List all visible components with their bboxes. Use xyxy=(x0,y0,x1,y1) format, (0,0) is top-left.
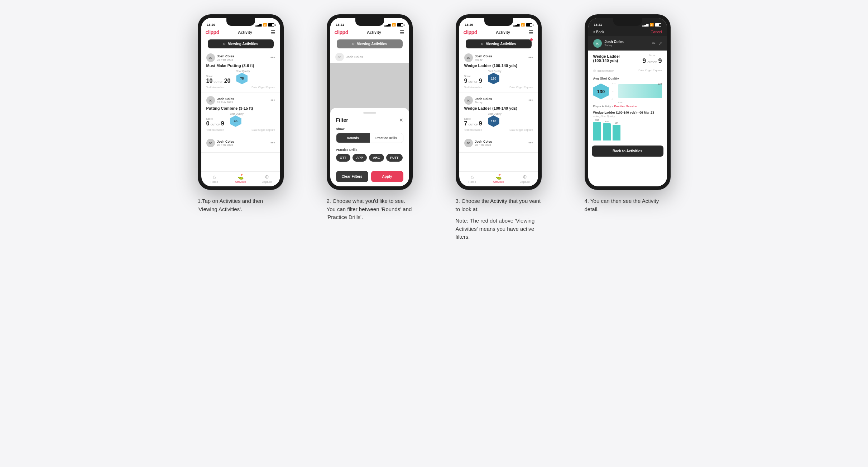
app-header-3: clippd Activity ☰ xyxy=(459,28,538,38)
user-name-date-1-3: Josh Coles 28 Feb 2023 xyxy=(217,140,234,147)
status-right-4: ▂▄▆ 📶 xyxy=(642,23,661,27)
avatar-3-2: JC xyxy=(464,96,473,105)
stat-quality-3-1: Shot Quality 130 xyxy=(488,70,502,84)
nav-capture-1[interactable]: ⊕ Capture xyxy=(254,174,280,184)
activity-title-1-2: Putting Combine (3-15 ft) xyxy=(206,106,275,110)
home-label-3: Home xyxy=(468,180,476,184)
score-value-row-3-1: 9 OUT OF 9 xyxy=(464,78,482,84)
score-value-1-2: 0 xyxy=(206,120,210,127)
viewing-banner-2[interactable]: ⚙ Viewing Activities xyxy=(337,39,403,48)
expand-icon-4[interactable]: ⤢ xyxy=(658,41,662,46)
nav-home-1[interactable]: ⌂ Home xyxy=(201,174,227,184)
bar-1-label-4: 132 xyxy=(595,119,599,121)
step-3-note: Note: The red dot above 'Viewing Activit… xyxy=(456,217,542,241)
hamburger-icon-1[interactable]: ☰ xyxy=(271,29,275,35)
clear-filters-button-2[interactable]: Clear Filters xyxy=(336,171,368,182)
stat-score-3-2: Score 7 OUT OF 9 xyxy=(464,118,482,127)
stats-row-1-1: Score 10 OUT OF 20 Shot Quality 75 xyxy=(206,70,275,84)
activity-card-3-1[interactable]: JC Josh Coles Today ••• Wedge Ladder (10… xyxy=(459,50,538,92)
dots-menu-1-3[interactable]: ••• xyxy=(270,140,275,146)
apply-button-2[interactable]: Apply xyxy=(371,171,403,182)
phone-notch-3 xyxy=(484,18,513,26)
card-header-1-2: JC Josh Coles 28 Feb 2023 ••• xyxy=(206,96,275,105)
dots-menu-3-2[interactable]: ••• xyxy=(528,98,533,103)
score-of-3-1: OUT OF xyxy=(468,81,478,83)
user-name-date-1-2: Josh Coles 28 Feb 2023 xyxy=(217,97,234,104)
status-time-3: 13:20 xyxy=(465,23,473,27)
user-date-1-3: 28 Feb 2023 xyxy=(217,143,234,147)
dots-menu-1-2[interactable]: ••• xyxy=(270,98,275,103)
user-name-date-1-1: Josh Coles 28 Feb 2023 xyxy=(217,54,234,61)
practice-drills-toggle-2[interactable]: Practice Drills xyxy=(370,133,403,143)
score-label-1-1: Score xyxy=(206,75,231,77)
quality-badge-1-1: 75 xyxy=(236,73,248,84)
app-header-2: clippd Activity ☰ xyxy=(330,28,409,38)
step-4-description: 4. You can then see the Activity detail. xyxy=(585,197,671,213)
activity-title-3-2: Wedge Ladder (100-140 yds) xyxy=(464,106,533,110)
user-date-1-1: 28 Feb 2023 xyxy=(217,58,234,61)
rounds-toggle-2[interactable]: Rounds xyxy=(336,133,370,143)
status-right-2: ▂▄▆ 📶 xyxy=(384,23,403,27)
back-button-4[interactable]: < Back xyxy=(593,30,604,34)
user-name-1-2: Josh Coles xyxy=(217,97,234,101)
viewing-banner-3[interactable]: ⚙ Viewing Activities xyxy=(466,39,532,48)
user-name-date-3-1: Josh Coles Today xyxy=(475,54,492,61)
step-3-column: 13:20 ▂▄▆ 📶 clippd Activity ☰ xyxy=(441,14,556,241)
activity-card-1-3[interactable]: JC Josh Coles 28 Feb 2023 ••• xyxy=(201,135,280,153)
stat-quality-1-1: Shot Quality 75 xyxy=(236,70,250,84)
nav-home-3[interactable]: ⌂ Home xyxy=(459,174,485,184)
phone-3-inner: 13:20 ▂▄▆ 📶 clippd Activity ☰ xyxy=(459,18,538,186)
info-right-3-1: Data: Clippd Capture xyxy=(509,86,533,89)
avatar-1-2: JC xyxy=(206,96,215,105)
hamburger-icon-3[interactable]: ☰ xyxy=(529,29,533,35)
practice-session-link-4[interactable]: Practice Session xyxy=(614,105,637,108)
user-name-3-3: Josh Coles xyxy=(475,140,492,143)
status-time-1: 13:20 xyxy=(207,23,215,27)
back-to-activities-button-4[interactable]: Back to Activities xyxy=(592,146,663,157)
signal-icon-3: ▂▄▆ xyxy=(513,23,520,27)
step-4-column: 13:21 ▂▄▆ 📶 < Back Cancel xyxy=(570,14,685,213)
viewing-banner-1[interactable]: ⚙ Viewing Activities xyxy=(208,39,274,48)
edit-icon-4[interactable]: ✏ xyxy=(652,41,656,46)
status-time-4: 13:21 xyxy=(594,23,602,27)
filter-icon-2: ⚙ xyxy=(352,42,355,46)
nav-activities-3[interactable]: ⛳ Activities xyxy=(485,174,512,184)
dots-menu-3-1[interactable]: ••• xyxy=(528,55,533,60)
bar-2-label-4: 129 xyxy=(605,120,608,123)
header-title-2: Activity xyxy=(367,30,381,34)
activity-card-3-3[interactable]: JC Josh Coles 28 Feb 2023 ••• xyxy=(459,135,538,153)
nav-capture-3[interactable]: ⊕ Capture xyxy=(512,174,538,184)
stats-row-3-2: Score 7 OUT OF 9 Shot Quality 118 xyxy=(464,113,533,127)
battery-fill-4 xyxy=(655,24,659,26)
banner-wrapper-2: ⚙ Viewing Activities xyxy=(330,38,409,50)
hamburger-icon-2[interactable]: ☰ xyxy=(400,29,404,35)
dots-menu-3-3[interactable]: ••• xyxy=(528,140,533,146)
blurred-avatar-2: JC xyxy=(335,53,344,61)
chart-axis-4: 100 50 0 xyxy=(612,82,615,100)
banner-wrapper-1: ⚙ Viewing Activities xyxy=(201,38,280,50)
pill-ott-2[interactable]: OTT xyxy=(336,154,350,162)
stat-score-1-2: Score 0 OUT OF 9 xyxy=(206,118,224,127)
home-icon-3: ⌂ xyxy=(471,174,474,180)
battery-icon-1 xyxy=(268,23,274,27)
blurred-user-2: Josh Coles xyxy=(346,55,363,59)
nav-activities-1[interactable]: ⛳ Activities xyxy=(227,174,254,184)
signal-icon-1: ▂▄▆ xyxy=(255,23,262,27)
pill-app-2[interactable]: APP xyxy=(353,154,367,162)
pill-putt-2[interactable]: PUTT xyxy=(386,154,403,162)
cancel-button-4[interactable]: Cancel xyxy=(651,30,662,34)
pill-arg-2[interactable]: ARG xyxy=(369,154,384,162)
shots-value-3-2: 9 xyxy=(479,120,482,127)
user-name-1-3: Josh Coles xyxy=(217,140,234,143)
activity-card-1-2[interactable]: JC Josh Coles 28 Feb 2023 ••• Putting Co… xyxy=(201,92,280,135)
wifi-icon-2: 📶 xyxy=(392,23,396,27)
user-info-1-2: JC Josh Coles 28 Feb 2023 xyxy=(206,96,234,105)
stat-score-1-1: Score 10 OUT OF 20 xyxy=(206,75,231,84)
status-right-3: ▂▄▆ 📶 xyxy=(513,23,532,27)
dots-menu-1-1[interactable]: ••• xyxy=(270,55,275,60)
activity-card-1-1[interactable]: JC Josh Coles 28 Feb 2023 ••• Must Make … xyxy=(201,50,280,92)
activity-card-3-2[interactable]: JC Josh Coles Today ••• Wedge Ladder (10… xyxy=(459,92,538,135)
activities-label-3: Activities xyxy=(493,180,504,184)
close-button-2[interactable]: ✕ xyxy=(399,117,403,123)
quality-row-4: 130 130 100 50 0 APP xyxy=(593,82,662,100)
